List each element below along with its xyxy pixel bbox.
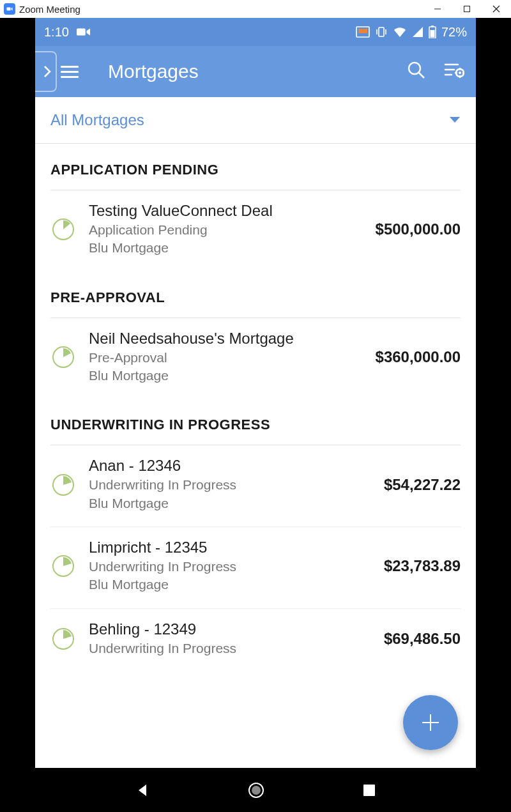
filter-settings-icon[interactable] xyxy=(444,61,464,82)
filter-dropdown[interactable]: All Mortgages xyxy=(35,97,476,144)
panel-expand-button[interactable] xyxy=(35,51,57,92)
phone-screen: 1:10 xyxy=(35,18,476,768)
cast-icon xyxy=(356,26,370,38)
mortgage-list: APPLICATION PENDING Testing ValueConnect… xyxy=(35,144,476,768)
phone-status-bar: 1:10 xyxy=(35,18,476,46)
window-titlebar: Zoom Meeting xyxy=(0,0,511,18)
item-lender: Blu Mortgage xyxy=(89,494,371,512)
page-title: Mortgages xyxy=(108,61,393,82)
item-lender: Blu Mortgage xyxy=(89,576,371,594)
item-amount: $69,486.50 xyxy=(384,630,461,648)
item-title: Limpricht - 12345 xyxy=(89,539,371,556)
item-status: Application Pending xyxy=(89,221,363,239)
mortgage-row[interactable]: Behling - 12349 Underwriting In Progress… xyxy=(50,609,461,671)
section-header: PRE-APPROVAL xyxy=(50,272,461,318)
item-lender: Blu Mortgage xyxy=(89,239,363,257)
wifi-icon xyxy=(393,26,407,38)
item-status: Underwriting In Progress xyxy=(89,558,371,576)
app-header: Mortgages xyxy=(35,46,476,97)
item-amount: $360,000.00 xyxy=(376,348,461,366)
item-status: Underwriting In Progress xyxy=(89,476,371,494)
chevron-down-icon xyxy=(449,114,461,127)
section-header: UNDERWRITING IN PROGRESS xyxy=(50,399,461,445)
svg-rect-5 xyxy=(77,29,86,36)
nav-home-button[interactable] xyxy=(247,781,265,799)
svg-rect-0 xyxy=(7,8,11,11)
item-title: Behling - 12349 xyxy=(89,620,371,638)
window-maximize-button[interactable] xyxy=(452,0,482,18)
item-status: Pre-Approval xyxy=(89,349,363,367)
mortgage-row[interactable]: Anan - 12346 Underwriting In Progress Bl… xyxy=(50,445,461,527)
svg-rect-2 xyxy=(464,6,470,12)
mortgage-row[interactable]: Neil Needsahouse's Mortgage Pre-Approval… xyxy=(50,318,461,399)
svg-point-14 xyxy=(409,63,420,74)
signal-icon xyxy=(412,26,423,38)
zoom-app-icon xyxy=(4,3,15,15)
item-title: Neil Needsahouse's Mortgage xyxy=(89,330,363,348)
nav-back-button[interactable] xyxy=(135,783,150,798)
clock-icon xyxy=(50,553,76,579)
clock-icon xyxy=(50,626,76,652)
mortgage-row[interactable]: Limpricht - 12345 Underwriting In Progre… xyxy=(50,527,461,609)
svg-line-15 xyxy=(419,73,424,78)
videocam-icon xyxy=(77,27,91,37)
filter-label: All Mortgages xyxy=(50,111,144,129)
svg-point-33 xyxy=(252,786,261,795)
add-button[interactable] xyxy=(403,695,458,750)
svg-point-20 xyxy=(459,72,461,74)
menu-icon[interactable] xyxy=(61,66,79,78)
window-close-button[interactable] xyxy=(482,0,511,18)
mortgage-row[interactable]: Testing ValueConnect Deal Application Pe… xyxy=(50,190,461,272)
window-title: Zoom Meeting xyxy=(19,4,80,15)
clock-icon xyxy=(50,344,76,370)
item-title: Testing ValueConnect Deal xyxy=(89,202,363,220)
item-amount: $500,000.00 xyxy=(376,220,461,238)
svg-rect-7 xyxy=(358,29,367,33)
window-minimize-button[interactable] xyxy=(423,0,452,18)
svg-rect-8 xyxy=(379,27,384,36)
screen-share-frame: 1:10 xyxy=(0,18,511,812)
section-header: APPLICATION PENDING xyxy=(50,144,461,190)
android-nav-bar xyxy=(35,768,476,812)
svg-rect-34 xyxy=(363,785,375,796)
item-amount: $54,227.22 xyxy=(384,476,461,494)
item-lender: Blu Mortgage xyxy=(89,367,363,385)
svg-rect-13 xyxy=(430,30,434,38)
search-icon[interactable] xyxy=(407,61,426,82)
item-amount: $23,783.89 xyxy=(384,557,461,575)
item-title: Anan - 12346 xyxy=(89,457,371,475)
nav-recent-button[interactable] xyxy=(362,783,376,797)
clock-icon xyxy=(50,472,76,498)
vibrate-icon xyxy=(375,26,388,38)
window-controls xyxy=(423,0,511,18)
battery-icon xyxy=(429,26,436,38)
clock-icon xyxy=(50,217,76,242)
item-status: Underwriting In Progress xyxy=(89,640,371,657)
status-battery-pct: 72% xyxy=(441,25,467,40)
status-time: 1:10 xyxy=(44,25,69,40)
